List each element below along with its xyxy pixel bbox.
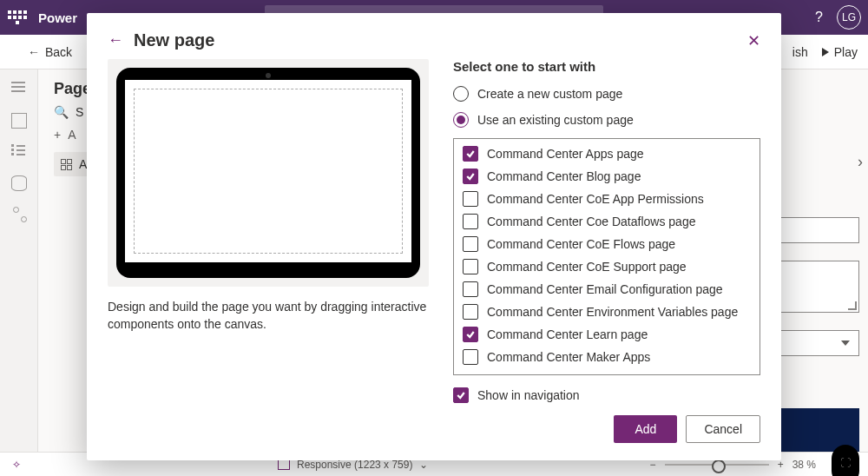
modal-overlay: ← New page ✕ Design and build the page y… xyxy=(0,0,868,476)
list-item[interactable]: Command Center Maker Apps xyxy=(459,346,754,368)
existing-pages-scroll[interactable]: Command Center Apps pageCommand Center B… xyxy=(454,139,760,374)
page-preview xyxy=(108,59,429,287)
list-item[interactable]: Command Center CoE App Permissions xyxy=(459,188,754,210)
checkbox[interactable] xyxy=(463,236,478,252)
list-item[interactable]: Command Center Blog page xyxy=(459,165,754,188)
radio-label: Create a new custom page xyxy=(477,87,622,101)
radio-icon xyxy=(453,86,469,102)
list-item-label: Command Center Apps page xyxy=(487,147,644,161)
checkbox[interactable] xyxy=(463,191,478,207)
list-item-label: Command Center Email Configuration page xyxy=(487,282,723,296)
list-item-label: Command Center Maker Apps xyxy=(487,350,650,364)
dialog-title: New page xyxy=(134,30,214,50)
add-button[interactable]: Add xyxy=(614,415,677,443)
dialog-heading: Select one to start with xyxy=(453,59,760,74)
radio-create-new[interactable]: Create a new custom page xyxy=(453,86,760,102)
list-item-label: Command Center CoE App Permissions xyxy=(487,192,704,206)
new-page-dialog: ← New page ✕ Design and build the page y… xyxy=(87,13,781,460)
list-item[interactable]: Command Center CoE Support page xyxy=(459,255,754,278)
list-item[interactable]: Command Center CoE Flows page xyxy=(459,233,754,255)
list-item[interactable]: Command Center Email Configuration page xyxy=(459,278,754,301)
radio-use-existing[interactable]: Use an existing custom page xyxy=(453,112,760,128)
checkbox[interactable] xyxy=(463,169,478,184)
dialog-back-icon[interactable]: ← xyxy=(108,31,123,50)
show-in-nav-checkbox[interactable] xyxy=(453,387,469,403)
list-item[interactable]: Command Center Apps page xyxy=(459,142,754,165)
checkbox[interactable] xyxy=(463,259,478,274)
list-item-label: Command Center Environment Variables pag… xyxy=(487,305,738,319)
show-in-nav-label: Show in navigation xyxy=(477,388,580,402)
list-item[interactable]: Command Center Environment Variables pag… xyxy=(459,301,754,323)
list-item-label: Command Center Blog page xyxy=(487,169,641,183)
dialog-description: Design and build the page you want by dr… xyxy=(108,299,429,333)
radio-icon xyxy=(453,112,469,128)
list-item-label: Command Center CoE Flows page xyxy=(487,237,675,251)
checkbox[interactable] xyxy=(463,214,478,229)
cancel-button[interactable]: Cancel xyxy=(686,415,760,443)
list-item[interactable]: Command Center Learn page xyxy=(459,323,754,346)
list-item[interactable]: Command Center Coe Dataflows page xyxy=(459,210,754,233)
close-icon[interactable]: ✕ xyxy=(747,31,760,50)
checkbox[interactable] xyxy=(463,146,478,162)
checkbox[interactable] xyxy=(463,281,478,297)
list-item-label: Command Center CoE Support page xyxy=(487,260,687,274)
checkbox[interactable] xyxy=(463,327,478,342)
list-item-label: Command Center Learn page xyxy=(487,327,648,341)
existing-pages-list: Command Center Apps pageCommand Center B… xyxy=(453,138,760,375)
radio-label: Use an existing custom page xyxy=(477,113,634,127)
checkbox[interactable] xyxy=(463,304,478,320)
checkbox[interactable] xyxy=(463,349,478,365)
list-item-label: Command Center Coe Dataflows page xyxy=(487,215,695,228)
